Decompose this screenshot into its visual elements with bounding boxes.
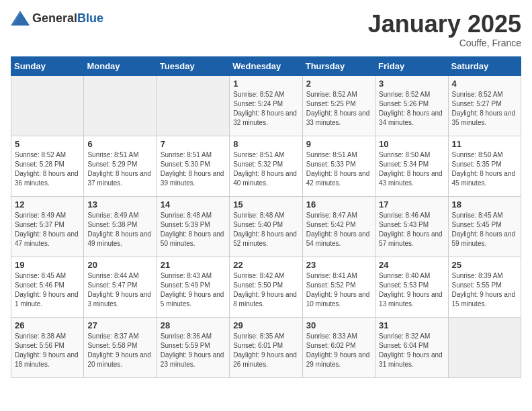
calendar-cell: 9Sunrise: 8:51 AMSunset: 5:33 PMDaylight…: [302, 136, 375, 196]
day-number: 2: [306, 79, 371, 89]
calendar-cell: 25Sunrise: 8:39 AMSunset: 5:55 PMDayligh…: [448, 257, 521, 317]
day-info: Sunrise: 8:52 AMSunset: 5:27 PMDaylight:…: [452, 91, 516, 126]
day-number: 10: [379, 139, 444, 149]
day-number: 3: [379, 79, 444, 89]
calendar-week-1: 1Sunrise: 8:52 AMSunset: 5:24 PMDaylight…: [11, 75, 521, 136]
calendar-week-5: 26Sunrise: 8:38 AMSunset: 5:56 PMDayligh…: [11, 317, 521, 377]
logo: GeneralBlue: [11, 11, 103, 26]
day-number: 26: [15, 320, 80, 330]
header-thursday: Thursday: [302, 56, 375, 75]
calendar-cell: 4Sunrise: 8:52 AMSunset: 5:27 PMDaylight…: [448, 75, 521, 136]
calendar-cell: 12Sunrise: 8:49 AMSunset: 5:37 PMDayligh…: [11, 196, 84, 257]
logo-text: GeneralBlue: [32, 11, 103, 26]
calendar-cell: [157, 75, 229, 136]
calendar-cell: 16Sunrise: 8:47 AMSunset: 5:42 PMDayligh…: [302, 196, 375, 257]
day-number: 30: [306, 320, 371, 330]
calendar-cell: 22Sunrise: 8:42 AMSunset: 5:50 PMDayligh…: [230, 257, 302, 317]
day-info: Sunrise: 8:52 AMSunset: 5:26 PMDaylight:…: [379, 91, 443, 126]
day-number: 12: [15, 199, 80, 210]
header-sunday: Sunday: [11, 56, 84, 75]
day-number: 18: [452, 199, 517, 210]
logo-blue: Blue: [77, 11, 103, 25]
day-number: 8: [233, 139, 298, 149]
day-info: Sunrise: 8:35 AMSunset: 6:01 PMDaylight:…: [233, 332, 297, 368]
day-info: Sunrise: 8:33 AMSunset: 6:02 PMDaylight:…: [306, 332, 370, 368]
day-number: 15: [233, 199, 298, 210]
calendar-cell: 21Sunrise: 8:43 AMSunset: 5:49 PMDayligh…: [157, 257, 229, 317]
day-info: Sunrise: 8:48 AMSunset: 5:39 PMDaylight:…: [161, 212, 224, 247]
calendar-cell: 31Sunrise: 8:32 AMSunset: 6:04 PMDayligh…: [375, 317, 448, 377]
day-number: 25: [452, 260, 517, 270]
month-title: January 2025: [368, 11, 521, 38]
day-info: Sunrise: 8:32 AMSunset: 6:04 PMDaylight:…: [379, 332, 443, 368]
day-info: Sunrise: 8:42 AMSunset: 5:50 PMDaylight:…: [233, 272, 297, 308]
calendar-cell: 20Sunrise: 8:44 AMSunset: 5:47 PMDayligh…: [84, 257, 157, 317]
day-number: 5: [15, 139, 80, 149]
calendar-cell: 28Sunrise: 8:36 AMSunset: 5:59 PMDayligh…: [157, 317, 229, 377]
day-number: 13: [87, 199, 152, 210]
day-number: 1: [233, 79, 298, 89]
day-info: Sunrise: 8:52 AMSunset: 5:25 PMDaylight:…: [306, 91, 370, 126]
day-number: 29: [233, 320, 298, 330]
calendar-cell: 13Sunrise: 8:49 AMSunset: 5:38 PMDayligh…: [84, 196, 157, 257]
location: Couffe, France: [368, 38, 521, 48]
day-number: 22: [233, 260, 298, 270]
logo-icon: [11, 11, 30, 26]
calendar-cell: 18Sunrise: 8:45 AMSunset: 5:45 PMDayligh…: [448, 196, 521, 257]
day-info: Sunrise: 8:43 AMSunset: 5:49 PMDaylight:…: [161, 272, 224, 308]
header-monday: Monday: [84, 56, 157, 75]
day-info: Sunrise: 8:49 AMSunset: 5:37 PMDaylight:…: [15, 212, 79, 247]
day-number: 16: [306, 199, 371, 210]
day-info: Sunrise: 8:37 AMSunset: 5:58 PMDaylight:…: [87, 332, 151, 368]
calendar-week-4: 19Sunrise: 8:45 AMSunset: 5:46 PMDayligh…: [11, 257, 521, 317]
calendar-cell: 24Sunrise: 8:40 AMSunset: 5:53 PMDayligh…: [375, 257, 448, 317]
day-info: Sunrise: 8:45 AMSunset: 5:45 PMDaylight:…: [452, 212, 516, 247]
calendar-cell: 14Sunrise: 8:48 AMSunset: 5:39 PMDayligh…: [157, 196, 229, 257]
logo-general: General: [32, 11, 77, 25]
day-info: Sunrise: 8:52 AMSunset: 5:24 PMDaylight:…: [233, 91, 297, 126]
calendar-cell: 19Sunrise: 8:45 AMSunset: 5:46 PMDayligh…: [11, 257, 84, 317]
day-info: Sunrise: 8:47 AMSunset: 5:42 PMDaylight:…: [306, 212, 370, 247]
day-info: Sunrise: 8:51 AMSunset: 5:29 PMDaylight:…: [87, 151, 151, 187]
calendar-cell: 6Sunrise: 8:51 AMSunset: 5:29 PMDaylight…: [84, 136, 157, 196]
header-friday: Friday: [375, 56, 448, 75]
day-number: 28: [161, 320, 226, 330]
calendar-table: SundayMondayTuesdayWednesdayThursdayFrid…: [11, 56, 521, 378]
day-number: 21: [161, 260, 226, 270]
calendar-cell: [11, 75, 84, 136]
calendar-week-2: 5Sunrise: 8:52 AMSunset: 5:28 PMDaylight…: [11, 136, 521, 196]
day-info: Sunrise: 8:39 AMSunset: 5:55 PMDaylight:…: [452, 272, 516, 308]
calendar-cell: 5Sunrise: 8:52 AMSunset: 5:28 PMDaylight…: [11, 136, 84, 196]
day-info: Sunrise: 8:50 AMSunset: 5:35 PMDaylight:…: [452, 151, 516, 187]
calendar-cell: 23Sunrise: 8:41 AMSunset: 5:52 PMDayligh…: [302, 257, 375, 317]
calendar-cell: 27Sunrise: 8:37 AMSunset: 5:58 PMDayligh…: [84, 317, 157, 377]
day-number: 17: [379, 199, 444, 210]
header-wednesday: Wednesday: [230, 56, 302, 75]
day-number: 27: [87, 320, 152, 330]
calendar-cell: 29Sunrise: 8:35 AMSunset: 6:01 PMDayligh…: [230, 317, 302, 377]
calendar-week-3: 12Sunrise: 8:49 AMSunset: 5:37 PMDayligh…: [11, 196, 521, 257]
day-info: Sunrise: 8:44 AMSunset: 5:47 PMDaylight:…: [87, 272, 151, 308]
calendar-cell: 7Sunrise: 8:51 AMSunset: 5:30 PMDaylight…: [157, 136, 229, 196]
calendar-cell: 11Sunrise: 8:50 AMSunset: 5:35 PMDayligh…: [448, 136, 521, 196]
title-block: January 2025 Couffe, France: [368, 11, 521, 48]
calendar-cell: 3Sunrise: 8:52 AMSunset: 5:26 PMDaylight…: [375, 75, 448, 136]
day-number: 31: [379, 320, 444, 330]
day-info: Sunrise: 8:45 AMSunset: 5:46 PMDaylight:…: [15, 272, 79, 308]
day-number: 23: [306, 260, 371, 270]
header-saturday: Saturday: [448, 56, 521, 75]
day-number: 14: [161, 199, 226, 210]
day-number: 19: [15, 260, 80, 270]
day-number: 9: [306, 139, 371, 149]
day-number: 7: [161, 139, 226, 149]
day-number: 6: [87, 139, 152, 149]
calendar-cell: 10Sunrise: 8:50 AMSunset: 5:34 PMDayligh…: [375, 136, 448, 196]
calendar-header-row: SundayMondayTuesdayWednesdayThursdayFrid…: [11, 56, 521, 75]
day-info: Sunrise: 8:46 AMSunset: 5:43 PMDaylight:…: [379, 212, 443, 247]
calendar-cell: 30Sunrise: 8:33 AMSunset: 6:02 PMDayligh…: [302, 317, 375, 377]
calendar-cell: 26Sunrise: 8:38 AMSunset: 5:56 PMDayligh…: [11, 317, 84, 377]
calendar-cell: 1Sunrise: 8:52 AMSunset: 5:24 PMDaylight…: [230, 75, 302, 136]
calendar-cell: [84, 75, 157, 136]
day-number: 4: [452, 79, 517, 89]
day-info: Sunrise: 8:51 AMSunset: 5:33 PMDaylight:…: [306, 151, 370, 187]
